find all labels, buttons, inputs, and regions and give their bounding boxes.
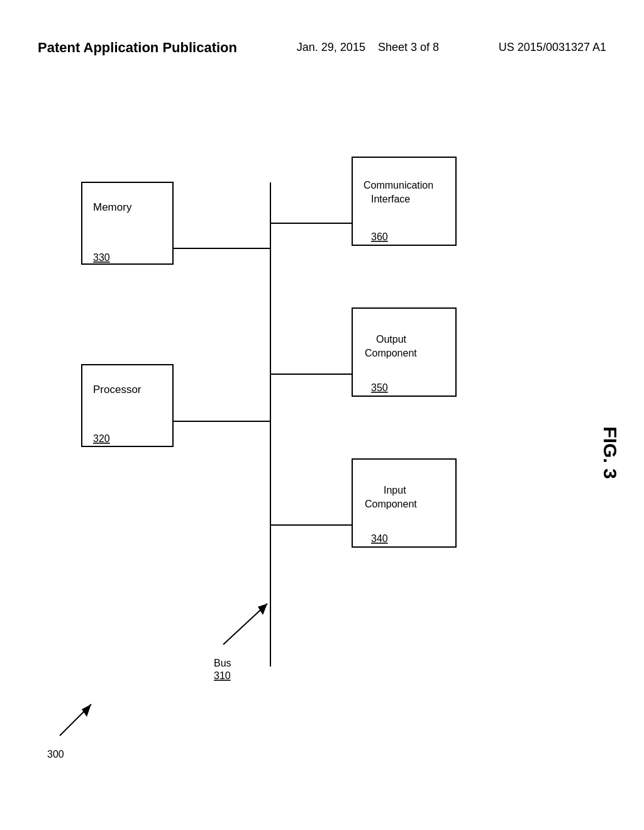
input-label1: Input bbox=[384, 485, 406, 495]
processor-label: Processor bbox=[93, 384, 142, 396]
publication-number: US 2015/0031327 A1 bbox=[499, 39, 606, 56]
diagram-svg: Memory 330 Processor 320 Communication I… bbox=[0, 101, 644, 792]
publication-date-sheet: Jan. 29, 2015 Sheet 3 of 8 bbox=[297, 39, 439, 56]
page-header: Patent Application Publication Jan. 29, … bbox=[0, 39, 644, 57]
svg-marker-12 bbox=[258, 604, 267, 615]
communication-label2: Interface bbox=[371, 194, 410, 204]
bus-label: Bus bbox=[214, 658, 231, 668]
bus-ref: 310 bbox=[214, 670, 231, 681]
output-ref: 350 bbox=[371, 382, 388, 393]
input-ref: 340 bbox=[371, 533, 388, 544]
processor-ref: 320 bbox=[93, 433, 110, 444]
input-label2: Component bbox=[365, 499, 417, 509]
fig-label: FIG. 3 bbox=[600, 426, 621, 479]
communication-label1: Communication bbox=[364, 180, 433, 191]
svg-marker-14 bbox=[82, 704, 91, 717]
system-ref: 300 bbox=[47, 749, 64, 760]
memory-label: Memory bbox=[93, 201, 132, 213]
output-label1: Output bbox=[376, 334, 407, 345]
communication-ref: 360 bbox=[371, 231, 388, 242]
publication-title: Patent Application Publication bbox=[38, 39, 237, 57]
output-label2: Component bbox=[365, 348, 417, 358]
memory-ref: 330 bbox=[93, 252, 110, 263]
